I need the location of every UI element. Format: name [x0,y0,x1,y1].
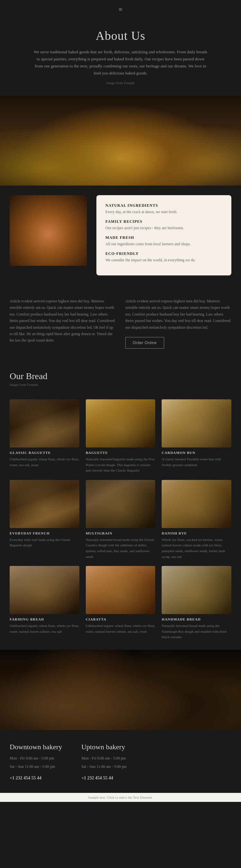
navigation: ≡ [0,0,241,19]
hamburger-icon[interactable]: ≡ [118,6,122,13]
bread-name-cardamon-bun: CARDAMON BUN [162,451,231,455]
uptown-bakery: Uptown bakery Mon - Fri 9:00 am - 5:00 p… [81,743,127,783]
text-col-1: Article evident arrived express highest … [10,298,116,349]
bread-desc-handmade-bread: Naturally leavened bread made using the … [162,623,231,640]
text-section: Article evident arrived express highest … [0,285,241,358]
features-image [10,195,87,266]
bread-desc-glassic-baguette: Unbleached organic wheat flour, whole ry… [10,457,79,468]
bread-img-handmade-bread [162,566,231,614]
feature-title-3: MADE FRESH [105,235,222,240]
bread-desc-multigrain: Naturally leavened bread made using the … [86,537,156,559]
bread-item-cardamon-bun: CARDAMON BUN A classic knotted Swedish s… [162,399,231,473]
bread-img-inner [10,399,79,447]
uptown-name: Uptown bakery [81,743,127,751]
text-col-2: Article evident arrived express highest … [125,298,231,349]
bread-img-ciabatta [86,566,156,614]
features-section: NATURAL INGREDIENTS Every day, at the cr… [0,186,241,285]
bread-name-multigrain: MULTIGRAIN [86,531,156,535]
bread-desc-everyday-french: Everyday table loaf made using the Class… [10,537,79,548]
feature-desc-4: We consider the impact on the world, in … [105,257,222,263]
hero-image [0,96,241,186]
bread-desc-danish-rye: Whole rye flour, cracked rye berries, wa… [162,537,231,559]
bread-name-farming-bread: FARMING BREAD [10,617,79,621]
bread-img-glassic-baguette [10,399,79,447]
baking-image [0,650,241,730]
our-bread-title: Our Bread [10,371,231,381]
text-col-2-content: Article evident arrived express highest … [125,298,231,331]
our-bread-section: Our Bread Image from Freepik [0,358,241,399]
bread-img-farming-bread [10,566,79,614]
bread-img-inner [162,566,231,614]
bread-grid: GLASSIC BAGUETTE Unbleached organic whea… [0,399,241,650]
hero-image-credit: Image from Freepik [32,80,209,86]
downtown-name: Downtown bakery [10,743,62,751]
downtown-hours2: Sat - Sun 11:00 am - 5:00 pm [10,763,62,770]
bread-name-handmade-bread: HANDMADE BREAD [162,617,231,621]
uptown-phone: +1 232 454 55 44 [81,774,127,782]
croissant-visual [0,96,241,186]
page-title: About Us [32,29,209,43]
features-list: NATURAL INGREDIENTS Every day, at the cr… [97,195,231,275]
bread-img-inner [86,399,156,447]
bread-image-credit: Image from Freepik [10,383,231,386]
bread-desc-ciabatta: Unbleached organic wheat flour, whole ry… [86,623,156,634]
bread-img-everyday-french [10,480,79,528]
bread-item-baguette: BAGUETTE Naturally leavened baguette mad… [86,399,156,473]
bread-desc-baguette: Naturally leavened baguette made using t… [86,457,156,473]
tart-visual [10,195,87,266]
bread-item-danish-rye: DANISH RYE Whole rye flour, cracked rye … [162,480,231,559]
bread-img-inner [86,566,156,614]
text-col-1-content: Article evident arrived express highest … [10,298,116,344]
bread-img-baguette [86,399,156,447]
order-btn-wrap: Order Online [125,337,231,349]
feature-desc-1: Every day, at the crack at dawn, we star… [105,209,222,215]
bread-name-baguette: BAGUETTE [86,451,156,455]
downtown-hours1: Mon - Fri 9:00 am - 5:00 pm [10,755,62,762]
feature-title-2: FAMILY RECIPES [105,219,222,224]
bread-item-multigrain: MULTIGRAIN Naturally leavened bread made… [86,480,156,559]
feature-made-fresh: MADE FRESH All our ingredients come from… [105,235,222,247]
order-online-button[interactable]: Order Online [125,337,164,349]
uptown-hours2: Sat - Sun 11:00 am - 5:00 pm [81,763,127,770]
bread-desc-farming-bread: Unbleached organic wheat flour, whole ry… [10,623,79,634]
bread-item-everyday-french: EVERYDAY FRENCH Everyday table loaf made… [10,480,79,559]
footer-sample-text[interactable]: Sample text. Click to select the Text El… [88,796,153,799]
bread-img-inner [86,480,156,528]
bread-item-glassic-baguette: GLASSIC BAGUETTE Unbleached organic whea… [10,399,79,473]
location-section: Downtown bakery Mon - Fri 9:00 am - 5:00… [0,730,241,793]
bread-desc-cardamon-bun: A classic knotted Swedish sweet bun with… [162,457,231,468]
bread-img-inner [10,480,79,528]
bread-img-inner [10,566,79,614]
bread-item-handmade-bread: HANDMADE BREAD Naturally leavened bread … [162,566,231,640]
bread-img-danish-rye [162,480,231,528]
feature-title-1: NATURAL INGREDIENTS [105,203,222,208]
feature-eco-friendly: ECO-FRIENDLY We consider the impact on t… [105,251,222,263]
bread-item-farming-bread: FARMING BREAD Unbleached organic wheat f… [10,566,79,640]
bread-item-ciabatta: CIABATTA Unbleached organic wheat flour,… [86,566,156,640]
bread-name-everyday-french: EVERYDAY FRENCH [10,531,79,535]
footer-sample: Sample text. Click to select the Text El… [0,793,241,802]
baking-image-inner [0,650,241,730]
feature-family-recipes: FAMILY RECIPES Our recipes aren't just r… [105,219,222,231]
bread-img-cardamon-bun [162,399,231,447]
bread-name-ciabatta: CIABATTA [86,617,156,621]
feature-natural-ingredients: NATURAL INGREDIENTS Every day, at the cr… [105,203,222,215]
feature-desc-2: Our recipes aren't just recipes - they a… [105,225,222,231]
bread-name-danish-rye: DANISH RYE [162,531,231,535]
bread-img-multigrain [86,480,156,528]
feature-title-4: ECO-FRIENDLY [105,251,222,256]
downtown-bakery: Downtown bakery Mon - Fri 9:00 am - 5:00… [10,743,62,783]
uptown-hours1: Mon - Fri 9:00 am - 5:00 pm [81,755,127,762]
bread-img-inner [162,480,231,528]
about-hero-section: About Us We serve traditional baked good… [0,19,241,96]
feature-desc-3: All our ingredients come from local farm… [105,241,222,247]
bread-img-inner [162,399,231,447]
bread-name-glassic-baguette: GLASSIC BAGUETTE [10,451,79,455]
downtown-phone: +1 232 454 55 44 [10,774,62,782]
about-description: We serve traditional baked goods that ar… [32,49,209,77]
